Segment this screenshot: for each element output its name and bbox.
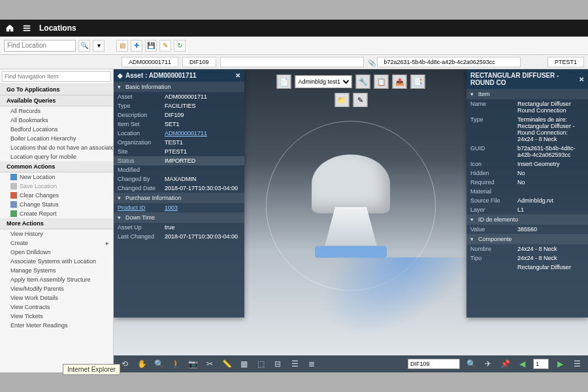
locate-icon[interactable]: ✈ — [482, 358, 494, 370]
common-head[interactable]: Common Actions — [0, 161, 113, 172]
sidebar-item-label: Create — [10, 240, 28, 246]
toolbar-edit-icon[interactable]: ✎ — [159, 40, 171, 52]
crumb-blank[interactable] — [220, 57, 364, 67]
close-icon[interactable]: ✕ — [235, 72, 240, 79]
viewport-search-input[interactable] — [408, 359, 460, 369]
queries-head[interactable]: Available Queries — [0, 95, 113, 106]
box-icon[interactable]: ▦ — [238, 358, 250, 370]
toolbar-refresh-icon[interactable]: ↻ — [174, 40, 186, 52]
section-comp[interactable]: Componente — [466, 234, 588, 244]
sidebar-item-query[interactable]: All Records — [0, 106, 113, 116]
sidebar-item-clear[interactable]: Clear Changes — [0, 191, 113, 200]
search-icon[interactable]: 🔍 — [78, 40, 90, 52]
nav-search-input[interactable] — [2, 71, 111, 82]
page-input[interactable] — [533, 359, 549, 369]
product-id-link[interactable]: Product ID — [118, 204, 162, 211]
section-item[interactable]: Item — [466, 89, 588, 99]
sidebar-item-query[interactable]: Location query for mobile — [0, 152, 113, 161]
layers-icon[interactable]: ≣ — [306, 358, 318, 370]
search-icon[interactable]: 🔍 — [465, 358, 477, 370]
sidebar-item-query[interactable]: All Bookmarks — [0, 116, 113, 125]
sidebar-item-more[interactable]: Enter Meter Readings — [0, 321, 113, 330]
sidebar-item-more[interactable]: View Work Details — [0, 293, 113, 302]
measure-icon[interactable]: 📏 — [221, 358, 233, 370]
sidebar-item-more[interactable]: Apply Item Assembly Structure — [0, 275, 113, 284]
crumb-guid[interactable]: b72a2631-5b4b-4d8c-a42b-4c2a062593cc — [377, 57, 521, 67]
asset-panel-header[interactable]: ◆ Asset : ADM000001711 ✕ — [114, 69, 244, 82]
section-icon[interactable]: ✂ — [204, 358, 216, 370]
camera-icon[interactable]: 📷 — [187, 358, 199, 370]
label: Site — [118, 148, 162, 155]
find-location-input[interactable] — [4, 40, 76, 52]
sidebar-item-more[interactable]: View/Modify Parents — [0, 284, 113, 293]
model-select[interactable]: Adminbldg test1 — [295, 75, 352, 88]
crumb-desc[interactable]: DIF109 — [182, 57, 216, 67]
pin-icon[interactable]: 📌 — [499, 358, 511, 370]
sidebar-item-label: Change Status — [20, 201, 59, 208]
topbar: Locations — [0, 20, 588, 37]
sidebar-item-more[interactable]: Manage Systems — [0, 266, 113, 275]
3d-model-diffuser[interactable] — [312, 155, 390, 258]
label: Name — [470, 101, 515, 114]
section-idel[interactable]: ID de elemento — [466, 214, 588, 225]
toolbar-detail-icon[interactable]: ▤ — [116, 40, 128, 52]
prev-icon[interactable]: ◀ — [516, 358, 528, 370]
asset-section-downtime[interactable]: Down Time — [114, 212, 244, 223]
cube-icon[interactable]: ⬚ — [255, 358, 267, 370]
properties-panel-header[interactable]: RECTANGULAR DIFFUSER - ROUND CO ✕ — [466, 69, 588, 89]
sidebar-item-more[interactable]: Open Drilldown — [0, 248, 113, 257]
viewport-top-toolbar: 📄 Adminbldg test1 🔧 📋 📤 📑 📁 ✎ — [277, 74, 425, 89]
tree-icon[interactable]: ⊟ — [272, 358, 284, 370]
location-link[interactable]: ADM000001711 — [165, 130, 207, 137]
sidebar-item-saveloc[interactable]: Save Location — [0, 182, 113, 191]
close-icon[interactable]: ✕ — [579, 76, 584, 83]
float-edit-icon[interactable]: ✎ — [353, 93, 367, 107]
label: Type — [470, 116, 515, 142]
sidebar-item-more[interactable]: Associate Systems with Location — [0, 257, 113, 266]
label: Tipo — [470, 255, 515, 261]
crumb-asset[interactable]: ADM000001711 — [122, 57, 178, 67]
toolbar-new-icon[interactable]: ✚ — [131, 40, 142, 52]
properties-icon[interactable]: ☰ — [289, 358, 301, 370]
product-id-value-link[interactable]: 1003 — [165, 204, 178, 211]
float-help-icon[interactable]: 📑 — [411, 74, 425, 89]
label: Asset — [118, 93, 162, 100]
dropdown-icon[interactable]: ▾ — [93, 40, 105, 52]
viewport-bottom-toolbar: ⟲ ✋ 🔍 🚶 📷 ✂ 📏 ▦ ⬚ ⊟ ☰ ≣ 🔍 ✈ 📌 ◀ ▶ — [114, 355, 588, 372]
label: Item Set — [118, 121, 162, 127]
sidebar-item-changestatus[interactable]: Change Status — [0, 200, 113, 209]
pan-icon[interactable]: ✋ — [136, 358, 148, 370]
toolbar-save-icon[interactable]: 💾 — [145, 40, 157, 52]
float-export-icon[interactable]: 📤 — [393, 74, 407, 89]
more-head[interactable]: More Actions — [0, 218, 113, 229]
3d-viewport[interactable]: 📄 Adminbldg test1 🔧 📋 📤 📑 📁 ✎ ◆ Asset : … — [114, 69, 588, 372]
float-folder-icon[interactable]: 📁 — [335, 93, 349, 107]
goto-apps-head[interactable]: Go To Applications — [0, 84, 113, 95]
sidebar-item-report[interactable]: Create Report — [0, 209, 113, 218]
sidebar-item-more[interactable]: View History — [0, 229, 113, 238]
link-icon[interactable]: 📎 — [368, 59, 373, 65]
menu-icon[interactable] — [22, 24, 31, 33]
orbit-icon[interactable]: ⟲ — [119, 358, 131, 370]
asset-section-basic[interactable]: Basic Information — [114, 82, 244, 92]
sidebar-item-more[interactable]: Create▸ — [0, 238, 113, 248]
home-icon[interactable] — [5, 24, 14, 33]
list-icon[interactable]: ☰ — [571, 358, 583, 370]
sidebar-item-query[interactable]: Locations that do not have an associated… — [0, 143, 113, 152]
value: 24x24 - 8 Neck — [517, 246, 557, 252]
asset-section-purchase[interactable]: Purchase Information — [114, 193, 244, 203]
sidebar-item-newloc[interactable]: New Location — [0, 172, 113, 182]
sidebar-item-query[interactable]: Boiler Location Hierarchy — [0, 134, 113, 143]
value: TEST1 — [165, 139, 183, 146]
float-file-icon[interactable]: 📄 — [277, 74, 291, 89]
float-copy-icon[interactable]: 📋 — [374, 74, 389, 89]
sidebar-item-query[interactable]: Bedford Locations — [0, 125, 113, 134]
chevron-right-icon: ▸ — [106, 240, 109, 246]
crumb-site[interactable]: PTEST1 — [547, 57, 584, 67]
walk-icon[interactable]: 🚶 — [170, 358, 182, 370]
sidebar-item-more[interactable]: View Tickets — [0, 312, 113, 321]
sidebar-item-more[interactable]: View Contracts — [0, 302, 113, 312]
zoom-icon[interactable]: 🔍 — [153, 358, 165, 370]
next-icon[interactable]: ▶ — [554, 358, 566, 370]
float-settings-icon[interactable]: 🔧 — [356, 74, 370, 89]
